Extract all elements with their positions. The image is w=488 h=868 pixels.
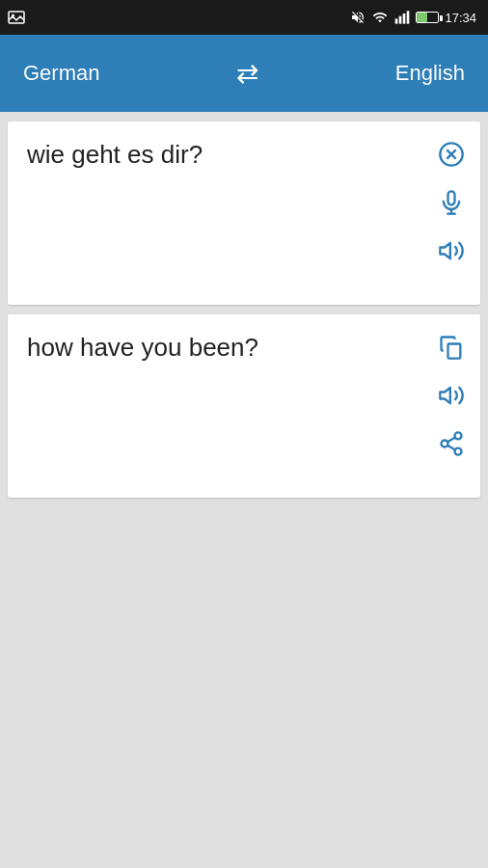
svg-rect-2 [395, 18, 398, 23]
copy-icon[interactable] [438, 334, 465, 365]
mute-icon [350, 10, 366, 25]
source-actions [438, 139, 465, 268]
source-card: wie geht es dir? [8, 122, 480, 305]
target-language[interactable]: English [395, 61, 465, 86]
svg-marker-14 [440, 388, 450, 403]
wifi-icon [371, 10, 389, 25]
status-right: 17:34 [350, 10, 476, 25]
target-text[interactable]: how have you been? [27, 332, 438, 365]
clear-icon[interactable] [438, 141, 465, 172]
share-icon[interactable] [438, 430, 465, 461]
svg-rect-9 [448, 191, 455, 204]
swap-languages-button[interactable]: ⇄ [236, 58, 258, 90]
microphone-icon[interactable] [438, 189, 465, 220]
main-content: wie geht es dir? [0, 112, 488, 868]
signal-icon [394, 10, 410, 25]
svg-line-19 [447, 438, 455, 443]
status-bar: 17:34 [0, 0, 488, 35]
svg-point-15 [455, 432, 462, 439]
svg-rect-4 [403, 14, 406, 24]
svg-line-18 [447, 446, 455, 450]
svg-point-17 [455, 448, 462, 455]
svg-rect-5 [407, 11, 410, 23]
svg-rect-3 [399, 16, 402, 24]
target-actions [438, 332, 465, 461]
status-left [8, 10, 25, 25]
source-text[interactable]: wie geht es dir? [27, 139, 438, 172]
speaker-icon[interactable] [438, 237, 465, 268]
target-speaker-icon[interactable] [438, 382, 465, 413]
svg-point-16 [442, 441, 448, 448]
target-card: how have you been? [8, 314, 480, 498]
gallery-icon [8, 10, 25, 25]
battery-icon [416, 12, 439, 23]
time-display: 17:34 [445, 11, 476, 25]
svg-rect-13 [448, 344, 461, 359]
source-language[interactable]: German [23, 61, 99, 86]
app-toolbar: German ⇄ English [0, 35, 488, 112]
svg-marker-12 [440, 243, 450, 258]
